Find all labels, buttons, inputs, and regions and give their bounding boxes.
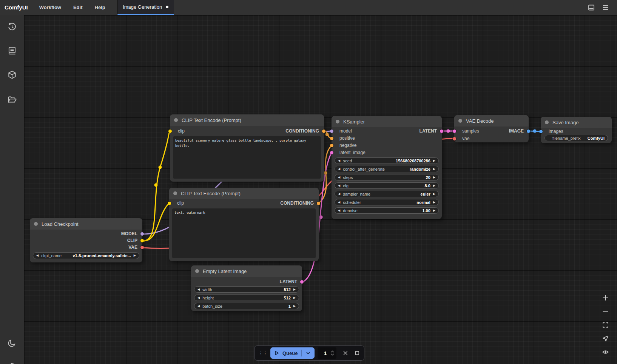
widget-height[interactable]: ◀ height 512 ▶ [194, 295, 299, 301]
widget-arrow-right-icon[interactable]: ▶ [433, 201, 435, 204]
collapse-dot-icon[interactable] [174, 118, 178, 122]
widget-arrow-left-icon[interactable]: ◀ [338, 159, 340, 162]
batch-count-input[interactable]: 1 [318, 347, 336, 359]
widget-scheduler[interactable]: ◀ scheduler normal ▶ [335, 199, 439, 205]
widget-arrow-right-icon[interactable]: ▶ [134, 254, 136, 257]
widget-arrow-right-icon[interactable]: ▶ [293, 305, 296, 308]
node-ksampler[interactable]: KSampler model LATENT positive negative … [332, 116, 442, 219]
widget-arrow-left-icon[interactable]: ◀ [338, 184, 340, 187]
menu-workflow[interactable]: Workflow [33, 0, 67, 15]
widget-batch-size[interactable]: ◀ batch_size 1 ▶ [194, 303, 299, 309]
widget-arrow-left-icon[interactable]: ◀ [338, 201, 340, 204]
negative-prompt-textarea[interactable]: text, watermark [172, 208, 316, 258]
batch-count-steppers[interactable] [331, 350, 334, 356]
stepper-up-icon[interactable] [331, 350, 334, 353]
collapse-dot-icon[interactable] [34, 222, 38, 226]
workflow-tab[interactable]: Image Generation [117, 0, 174, 15]
input-port-negative[interactable] [330, 144, 333, 147]
widget-denoise[interactable]: ◀ denoise 1.00 ▶ [335, 207, 439, 214]
widget-arrow-right-icon[interactable]: ▶ [293, 296, 296, 299]
widget-arrow-right-icon[interactable]: ▶ [433, 209, 435, 212]
widget-sampler-name[interactable]: ◀ sampler_name euler ▶ [335, 191, 439, 197]
output-port-model[interactable] [140, 232, 144, 236]
node-clip-text-encode-positive[interactable]: CLIP Text Encode (Prompt) clip CONDITION… [170, 114, 324, 182]
node-load-checkpoint[interactable]: Load Checkpoint MODEL CLIP VAE ◀ ckpt_na… [30, 218, 142, 262]
stepper-down-icon[interactable] [331, 353, 334, 356]
sidebar-settings-button[interactable] [6, 361, 18, 364]
input-port-vae[interactable] [453, 137, 456, 140]
output-port-image[interactable] [527, 130, 530, 133]
node-clip-text-encode-negative[interactable]: CLIP Text Encode (Prompt) clip CONDITION… [169, 188, 319, 261]
node-header[interactable]: VAE Decode [454, 115, 529, 126]
comfyui-logo[interactable]: ComfyUI [0, 0, 33, 15]
queue-button[interactable]: Queue [270, 347, 315, 359]
node-header[interactable]: Empty Latent Image [191, 265, 302, 277]
fit-view-button[interactable] [600, 319, 611, 330]
widget-arrow-right-icon[interactable]: ▶ [433, 176, 435, 179]
sidebar-model-library-button[interactable] [6, 69, 18, 81]
widget-arrow-left-icon[interactable]: ◀ [36, 254, 39, 257]
collapse-dot-icon[interactable] [173, 191, 177, 195]
widget-arrow-left-icon[interactable]: ◀ [338, 176, 340, 179]
positive-prompt-textarea[interactable]: beautiful scenery nature glass bottle la… [173, 136, 321, 179]
output-port-conditioning[interactable] [317, 202, 320, 205]
input-port-positive[interactable] [330, 137, 333, 140]
node-header[interactable]: CLIP Text Encode (Prompt) [170, 114, 324, 126]
collapse-dot-icon[interactable] [195, 269, 199, 273]
widget-arrow-right-icon[interactable]: ▶ [433, 159, 435, 162]
widget-arrow-left-icon[interactable]: ◀ [338, 209, 340, 212]
widget-arrow-right-icon[interactable]: ▶ [433, 168, 435, 171]
sidebar-workflows-button[interactable] [6, 94, 18, 106]
interrupt-icon[interactable] [342, 350, 349, 356]
drag-handle-icon[interactable]: ⋮⋮ [258, 350, 267, 356]
node-header[interactable]: CLIP Text Encode (Prompt) [169, 188, 319, 199]
widget-arrow-right-icon[interactable]: ▶ [293, 288, 296, 291]
output-port-clip[interactable] [140, 239, 144, 242]
output-port-latent[interactable] [300, 280, 304, 284]
node-empty-latent-image[interactable]: Empty Latent Image LATENT ◀ width 512 ▶ … [191, 265, 302, 311]
menu-edit[interactable]: Edit [67, 0, 89, 15]
collapse-dot-icon[interactable] [336, 120, 339, 123]
sidebar-theme-toggle-button[interactable] [6, 337, 18, 349]
input-port-model[interactable] [330, 130, 333, 133]
widget-arrow-left-icon[interactable]: ◀ [197, 296, 200, 299]
node-graph-canvas[interactable] [24, 15, 617, 364]
menu-icon[interactable] [602, 4, 609, 11]
collapse-dot-icon[interactable] [458, 119, 462, 123]
sidebar-node-library-button[interactable] [6, 45, 18, 57]
widget-ckpt-name[interactable]: ◀ ckpt_name v1-5-pruned-emaonly.safete..… [33, 252, 139, 259]
node-header[interactable]: Save Image [541, 117, 612, 128]
widget-cfg[interactable]: ◀ cfg 8.0 ▶ [335, 182, 439, 189]
output-port-conditioning[interactable] [322, 130, 325, 133]
bottom-panel-icon[interactable] [588, 4, 595, 11]
node-save-image[interactable]: Save Image images filename_prefix ComfyU… [541, 117, 612, 143]
widget-arrow-right-icon[interactable]: ▶ [433, 193, 435, 196]
widget-arrow-left-icon[interactable]: ◀ [197, 305, 200, 308]
stop-icon[interactable] [354, 350, 360, 356]
widget-width[interactable]: ◀ width 512 ▶ [194, 286, 299, 293]
widget-arrow-right-icon[interactable]: ▶ [433, 184, 435, 187]
node-vae-decode[interactable]: VAE Decode samples IMAGE vae [454, 115, 529, 142]
input-port-latent-image[interactable] [330, 151, 333, 154]
toggle-link-visibility-button[interactable] [600, 347, 611, 357]
widget-arrow-left-icon[interactable]: ◀ [338, 193, 340, 196]
input-port-samples[interactable] [453, 130, 456, 133]
widget-filename-prefix[interactable]: filename_prefix ComfyUI [545, 135, 608, 141]
input-port-clip[interactable] [168, 202, 171, 205]
pan-mode-button[interactable] [600, 333, 611, 344]
output-port-vae[interactable] [140, 246, 144, 249]
node-header[interactable]: KSampler [332, 116, 442, 127]
widget-arrow-left-icon[interactable]: ◀ [338, 168, 340, 171]
widget-seed[interactable]: ◀ seed 156680208700286 ▶ [335, 157, 439, 164]
input-port-images[interactable] [539, 130, 543, 133]
input-port-clip[interactable] [168, 130, 172, 133]
widget-arrow-left-icon[interactable]: ◀ [197, 288, 200, 291]
widget-control-after-generate[interactable]: ◀ control_after_generate randomize ▶ [335, 166, 439, 172]
sidebar-queue-history-button[interactable] [6, 21, 18, 33]
menu-help[interactable]: Help [89, 0, 111, 15]
chevron-down-icon[interactable] [305, 350, 311, 356]
widget-steps[interactable]: ◀ steps 20 ▶ [335, 174, 439, 180]
zoom-in-button[interactable] [600, 292, 611, 303]
zoom-out-button[interactable] [600, 306, 611, 316]
output-port-latent[interactable] [440, 130, 443, 133]
